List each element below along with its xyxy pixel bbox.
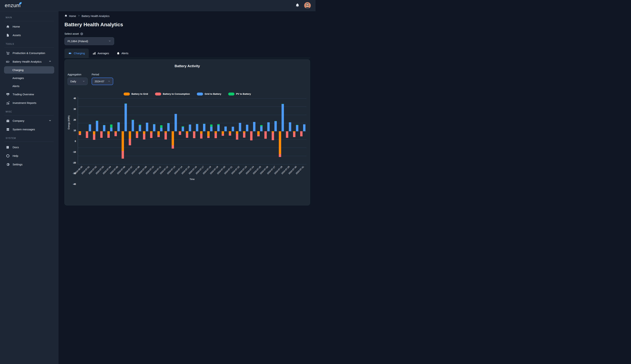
bar-segment-battery-to-consumption — [129, 139, 131, 145]
bar-segment-grid-to-battery — [210, 127, 212, 131]
bar-segment-grid-to-battery — [189, 124, 191, 131]
y-axis-title: Energy (kWh) — [68, 116, 70, 130]
divider — [4, 48, 54, 48]
sidebar-item-label: Production & Consumption — [12, 52, 45, 54]
y-tick-label: 20 — [65, 119, 76, 121]
sidebar-item-help[interactable]: Help — [0, 152, 58, 160]
tab-alerts[interactable]: Alerts — [113, 48, 132, 58]
bar-segment-pv-to-battery — [203, 124, 206, 124]
bar-segment-grid-to-battery — [103, 125, 105, 131]
legend-swatch — [124, 92, 130, 96]
bar-segment-battery-to-consumption — [122, 151, 124, 159]
chevron-up-icon — [49, 60, 51, 63]
tab-averages[interactable]: Averages — [89, 48, 113, 58]
info-icon[interactable]: i — [80, 32, 83, 35]
bar-segment-battery-to-consumption — [158, 135, 160, 137]
legend-swatch — [228, 92, 234, 96]
tab-label: Averages — [98, 52, 109, 55]
app-logo[interactable]: enzum — [5, 2, 21, 8]
period-label: Period — [92, 73, 113, 76]
bar-segment-grid-to-battery — [160, 128, 162, 131]
bar-segment-battery-to-consumption — [264, 131, 267, 139]
y-tick-label: -30 — [65, 172, 76, 175]
sidebar-item-settings[interactable]: Settings — [0, 160, 58, 169]
bar-segment-battery-to-consumption — [186, 133, 188, 138]
aggregation-select[interactable]: Daily — [68, 78, 88, 85]
y-tick-label: -10 — [65, 151, 76, 153]
bar-segment-grid-to-battery — [239, 123, 241, 131]
bar-segment-battery-to-grid — [107, 131, 110, 134]
bar-segment-battery-to-grid — [172, 131, 174, 145]
chevron-down-icon — [49, 119, 51, 122]
chart-controls: Aggregation Daily Period 2024-07 — [68, 73, 310, 85]
bar-segment-battery-to-consumption — [100, 132, 102, 138]
tab-label: Alerts — [122, 52, 128, 55]
bar-segment-battery-to-grid — [93, 131, 95, 134]
bar-segment-pv-to-battery — [124, 104, 127, 104]
legend-label: Battery to Consumption — [163, 92, 190, 95]
inbox-icon — [6, 128, 10, 131]
notifications-bell-icon[interactable] — [296, 3, 300, 8]
bar-segment-grid-to-battery — [224, 126, 227, 131]
period-select[interactable]: 2024-07 — [92, 78, 113, 85]
bar-segment-battery-to-consumption — [272, 132, 274, 140]
bar-segment-grid-to-battery — [118, 122, 120, 132]
bar-segment-grid-to-battery — [253, 122, 256, 131]
chart-title: Battery Activity — [65, 64, 310, 68]
legend-item[interactable]: Battery to Grid — [124, 92, 148, 96]
bar-segment-battery-to-grid — [257, 131, 260, 135]
leaf-icon — [18, 1, 22, 6]
legend-label: PV to Battery — [236, 92, 251, 95]
sidebar-subitem-charging[interactable]: Charging — [4, 66, 54, 74]
sidebar-item-home[interactable]: Home — [0, 22, 58, 31]
chart-legend: Battery to GridBattery to ConsumptionGri… — [65, 92, 310, 96]
bar-segment-battery-to-grid — [136, 131, 138, 134]
sidebar-item-label: Investment Reports — [12, 101, 36, 104]
breadcrumb-current: Battery Health Analytics — [82, 14, 110, 18]
asset-select-value: PL1864 (Poland) — [68, 40, 88, 43]
bar-segment-battery-to-grid — [236, 131, 238, 134]
legend-item[interactable]: PV to Battery — [228, 92, 251, 96]
sidebar-item-production-consumption[interactable]: Production & Consumption — [0, 49, 58, 57]
bar-segment-battery-to-consumption — [207, 136, 210, 138]
bar-segment-pv-to-battery — [274, 121, 277, 121]
sidebar-item-investment-reports[interactable]: $ Investment Reports — [0, 98, 58, 107]
bar-segment-battery-to-grid — [214, 131, 217, 133]
tab-charging[interactable]: Charging — [64, 48, 89, 58]
sidebar-item-battery-health-analytics[interactable]: Battery Health Analytics — [0, 57, 58, 66]
bar-segment-grid-to-battery — [232, 127, 234, 131]
sidebar-item-docs[interactable]: Docs — [0, 143, 58, 152]
legend-swatch — [197, 92, 203, 96]
gridline — [78, 115, 306, 115]
home-icon[interactable] — [64, 14, 67, 18]
sidebar-item-system-messages[interactable]: System messages — [0, 125, 58, 134]
chart: Energy (kWh) 2024-06-302024-07-012024-07… — [65, 98, 310, 182]
breadcrumb-home-link[interactable]: Home — [69, 14, 76, 18]
bar-segment-grid-to-battery — [89, 124, 91, 131]
sidebar-subitem-averages[interactable]: Averages — [0, 74, 58, 82]
bar-segment-grid-to-battery — [153, 124, 156, 131]
bar-segment-grid-to-battery — [124, 104, 127, 131]
bar-segment-pv-to-battery — [210, 124, 212, 127]
chevron-right-icon — [78, 14, 80, 17]
battery-icon — [6, 60, 10, 64]
bar-segment-grid-to-battery — [146, 123, 148, 131]
bar-segment-battery-to-consumption — [229, 133, 231, 136]
sidebar-item-trading-overview[interactable]: Trading Overview — [0, 90, 58, 98]
bar-segment-battery-to-consumption — [200, 134, 202, 138]
bar-segment-grid-to-battery — [282, 104, 284, 131]
bar-segment-pv-to-battery — [196, 124, 198, 124]
asset-select[interactable]: PL1864 (Poland) — [64, 37, 114, 45]
bar-segment-grid-to-battery — [196, 124, 198, 131]
bar-segment-grid-to-battery — [296, 125, 298, 131]
sidebar-subitem-alerts[interactable]: Alerts — [0, 82, 58, 90]
sidebar-item-label: Battery Health Analytics — [12, 60, 42, 63]
sidebar-item-company[interactable]: Company — [0, 116, 58, 125]
user-avatar[interactable] — [304, 2, 311, 9]
bar-segment-pv-to-battery — [132, 120, 134, 120]
legend-item[interactable]: Grid to Battery — [197, 92, 221, 96]
sidebar-item-assets[interactable]: Assets — [0, 31, 58, 40]
y-tick-label: -20 — [65, 162, 76, 164]
legend-item[interactable]: Battery to Consumption — [155, 92, 190, 96]
presentation-icon — [6, 92, 10, 96]
